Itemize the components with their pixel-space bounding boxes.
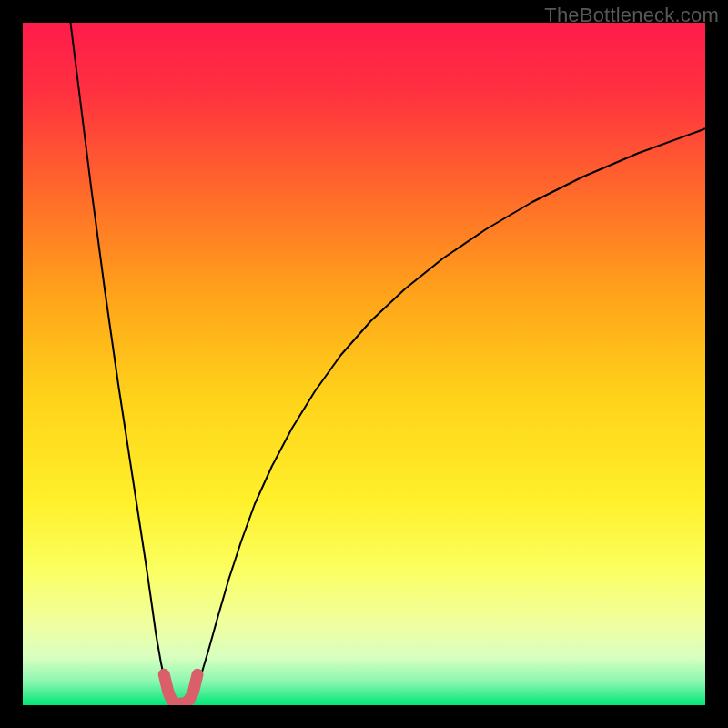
chart-svg: [23, 23, 705, 705]
plot-area: [23, 23, 705, 705]
gradient-background: [23, 23, 705, 705]
chart-frame: TheBottleneck.com: [0, 0, 728, 728]
watermark-text: TheBottleneck.com: [544, 4, 719, 27]
